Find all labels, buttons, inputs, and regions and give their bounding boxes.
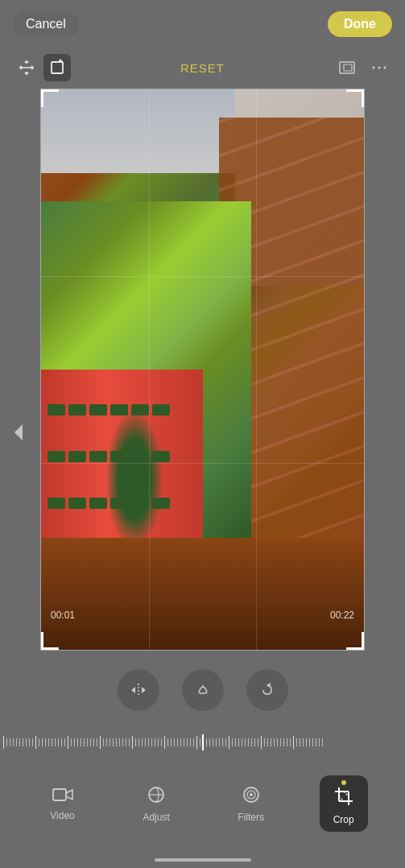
controls-row <box>0 669 405 711</box>
crop-handle-bottomright[interactable] <box>346 632 364 650</box>
svg-marker-24 <box>66 790 72 800</box>
crop-handle-topleft[interactable] <box>41 89 59 107</box>
flip-horizontal-icon <box>128 680 149 701</box>
reset-button[interactable]: RESET <box>180 61 225 75</box>
cancel-button[interactable]: Cancel <box>13 11 79 37</box>
video-tab-label: Video <box>50 810 74 821</box>
crop-handle-topright[interactable] <box>346 89 364 107</box>
bin <box>68 498 86 509</box>
adjust-tab-label: Adjust <box>143 812 169 823</box>
transform-icon-button[interactable] <box>13 54 40 81</box>
tab-adjust[interactable]: Adjust <box>130 779 182 829</box>
adjust-tab-icon <box>147 785 166 804</box>
svg-point-13 <box>383 67 386 69</box>
home-indicator <box>155 858 251 862</box>
svg-marker-1 <box>19 65 22 70</box>
toolbar-right-icons <box>334 55 392 81</box>
timestamp-end: 00:22 <box>330 610 354 621</box>
crop-handle-bottomleft[interactable] <box>41 632 59 650</box>
more-options-button[interactable] <box>366 55 392 81</box>
svg-rect-10 <box>344 64 352 71</box>
bin <box>89 404 107 415</box>
image-placeholder: 00:01 00:22 <box>40 89 365 651</box>
video-icon <box>52 787 73 806</box>
crop-tab-label: Crop <box>333 814 354 825</box>
tab-filters[interactable]: Filters <box>225 779 277 829</box>
crop-rotate-icon-button[interactable] <box>43 54 71 81</box>
aspect-ratio-icon <box>337 58 357 77</box>
palm-layer <box>105 409 163 549</box>
transform-icon <box>18 59 35 76</box>
left-arrow-icon <box>11 423 23 442</box>
straighten-button[interactable] <box>182 669 224 711</box>
crop-tab-active-dot <box>341 780 346 785</box>
done-button[interactable]: Done <box>328 11 392 37</box>
video-tab-icon <box>52 787 73 803</box>
filters-tab-icon <box>242 785 261 804</box>
garden-background <box>41 89 364 650</box>
image-area: 00:01 00:22 <box>40 89 365 651</box>
filters-tab-label: Filters <box>238 812 264 823</box>
tab-video[interactable]: Video <box>37 780 87 828</box>
bin <box>68 404 86 415</box>
svg-marker-6 <box>24 72 29 75</box>
tab-bar: Video Adjust Filters <box>0 771 405 836</box>
left-edge-indicator <box>11 423 23 445</box>
timestamp-start: 00:01 <box>51 610 75 621</box>
rotate-icon <box>257 680 278 701</box>
svg-marker-2 <box>31 65 34 70</box>
crop-rotate-icon <box>48 59 66 76</box>
svg-rect-7 <box>52 62 63 73</box>
adjust-icon <box>147 785 166 808</box>
bottom-layer <box>41 538 364 650</box>
scrubber-line <box>202 734 204 750</box>
straighten-icon <box>192 680 213 701</box>
svg-point-12 <box>378 67 380 69</box>
crop-icon <box>333 786 354 810</box>
toolbar-row: RESET <box>0 47 405 89</box>
rotate-button[interactable] <box>246 669 288 711</box>
flip-horizontal-button[interactable] <box>118 669 159 711</box>
toolbar-left-icons <box>13 54 71 81</box>
bin <box>48 451 65 462</box>
svg-point-22 <box>258 681 276 699</box>
top-bar: Cancel Done <box>0 0 405 48</box>
filters-icon <box>242 785 261 808</box>
aspect-ratio-button[interactable] <box>334 55 360 81</box>
timeline-area[interactable] <box>0 730 405 755</box>
bin <box>48 404 65 415</box>
more-options-icon <box>370 58 389 77</box>
bin <box>68 451 86 462</box>
svg-point-19 <box>194 681 212 699</box>
svg-point-11 <box>372 67 374 69</box>
svg-point-29 <box>250 793 253 796</box>
svg-rect-23 <box>53 789 66 800</box>
timeline-ticks <box>3 734 402 750</box>
bin <box>89 498 107 509</box>
bin <box>89 451 107 462</box>
svg-marker-5 <box>24 60 29 63</box>
bin <box>48 498 65 509</box>
timeline-tick <box>322 738 325 746</box>
tab-crop[interactable]: Crop <box>320 775 368 832</box>
crop-tab-icon <box>333 786 354 807</box>
svg-marker-14 <box>14 424 23 440</box>
